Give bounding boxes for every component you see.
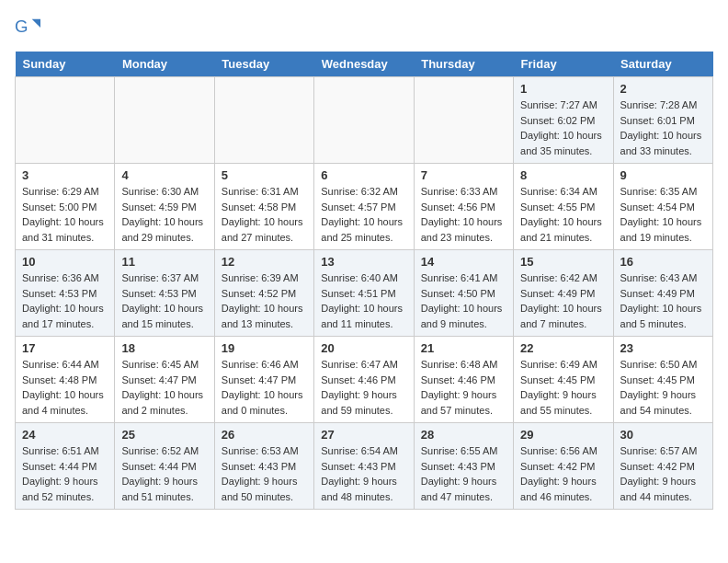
weekday-header-saturday: Saturday — [613, 52, 712, 77]
calendar-week-row: 3Sunrise: 6:29 AMSunset: 5:00 PMDaylight… — [16, 164, 713, 250]
calendar-cell: 13Sunrise: 6:40 AMSunset: 4:51 PMDayligh… — [314, 250, 414, 337]
day-info: Sunrise: 6:32 AMSunset: 4:57 PMDaylight:… — [321, 184, 406, 245]
calendar-cell: 9Sunrise: 6:35 AMSunset: 4:54 PMDaylight… — [613, 164, 712, 250]
day-number: 2 — [620, 82, 706, 96]
calendar-cell: 16Sunrise: 6:43 AMSunset: 4:49 PMDayligh… — [613, 250, 712, 337]
day-info: Sunrise: 6:40 AMSunset: 4:51 PMDaylight:… — [321, 270, 406, 331]
day-number: 24 — [22, 428, 108, 442]
day-number: 19 — [222, 341, 307, 355]
day-info: Sunrise: 6:41 AMSunset: 4:50 PMDaylight:… — [421, 270, 506, 331]
day-number: 7 — [421, 168, 506, 182]
day-number: 11 — [121, 255, 207, 269]
calendar-week-row: 24Sunrise: 6:51 AMSunset: 4:44 PMDayligh… — [16, 423, 713, 510]
day-number: 3 — [22, 168, 108, 182]
day-number: 18 — [121, 341, 207, 355]
day-number: 25 — [121, 428, 207, 442]
calendar-cell: 20Sunrise: 6:47 AMSunset: 4:46 PMDayligh… — [314, 337, 414, 423]
day-number: 23 — [620, 341, 706, 355]
calendar-cell — [115, 77, 214, 164]
calendar-cell: 17Sunrise: 6:44 AMSunset: 4:48 PMDayligh… — [16, 337, 115, 423]
calendar-week-row: 10Sunrise: 6:36 AMSunset: 4:53 PMDayligh… — [16, 250, 713, 337]
calendar-cell — [314, 77, 414, 164]
day-number: 15 — [520, 255, 606, 269]
svg-text:G: G — [15, 17, 28, 36]
day-info: Sunrise: 6:49 AMSunset: 4:45 PMDaylight:… — [520, 357, 606, 418]
calendar-cell — [16, 77, 115, 164]
weekday-header-row: SundayMondayTuesdayWednesdayThursdayFrid… — [16, 52, 713, 77]
day-info: Sunrise: 6:54 AMSunset: 4:43 PMDaylight:… — [321, 443, 406, 504]
calendar-cell: 18Sunrise: 6:45 AMSunset: 4:47 PMDayligh… — [115, 337, 214, 423]
day-info: Sunrise: 7:27 AMSunset: 6:02 PMDaylight:… — [520, 98, 606, 158]
day-info: Sunrise: 6:43 AMSunset: 4:49 PMDaylight:… — [620, 270, 706, 331]
calendar-cell: 2Sunrise: 7:28 AMSunset: 6:01 PMDaylight… — [613, 77, 712, 164]
calendar-cell: 10Sunrise: 6:36 AMSunset: 4:53 PMDayligh… — [16, 250, 115, 337]
day-info: Sunrise: 6:30 AMSunset: 4:59 PMDaylight:… — [121, 184, 207, 245]
calendar-cell: 21Sunrise: 6:48 AMSunset: 4:46 PMDayligh… — [414, 337, 513, 423]
day-number: 17 — [22, 341, 108, 355]
day-info: Sunrise: 6:42 AMSunset: 4:49 PMDaylight:… — [520, 270, 606, 331]
day-number: 26 — [222, 428, 307, 442]
day-info: Sunrise: 6:56 AMSunset: 4:42 PMDaylight:… — [520, 443, 606, 504]
day-number: 14 — [421, 255, 506, 269]
calendar-cell: 29Sunrise: 6:56 AMSunset: 4:42 PMDayligh… — [514, 423, 613, 510]
calendar-cell: 23Sunrise: 6:50 AMSunset: 4:45 PMDayligh… — [613, 337, 712, 423]
calendar-cell: 30Sunrise: 6:57 AMSunset: 4:42 PMDayligh… — [613, 423, 712, 510]
day-number: 4 — [121, 168, 207, 182]
day-info: Sunrise: 6:55 AMSunset: 4:43 PMDaylight:… — [421, 443, 506, 504]
day-number: 8 — [520, 168, 606, 182]
calendar-cell: 28Sunrise: 6:55 AMSunset: 4:43 PMDayligh… — [414, 423, 513, 510]
header: G — [15, 15, 713, 40]
calendar-week-row: 17Sunrise: 6:44 AMSunset: 4:48 PMDayligh… — [16, 337, 713, 423]
day-info: Sunrise: 6:51 AMSunset: 4:44 PMDaylight:… — [22, 443, 108, 504]
day-number: 12 — [222, 255, 307, 269]
day-info: Sunrise: 6:52 AMSunset: 4:44 PMDaylight:… — [121, 443, 207, 504]
calendar-cell: 3Sunrise: 6:29 AMSunset: 5:00 PMDaylight… — [16, 164, 115, 250]
day-info: Sunrise: 6:53 AMSunset: 4:43 PMDaylight:… — [222, 443, 307, 504]
calendar-cell: 5Sunrise: 6:31 AMSunset: 4:58 PMDaylight… — [214, 164, 313, 250]
calendar-cell: 4Sunrise: 6:30 AMSunset: 4:59 PMDaylight… — [115, 164, 214, 250]
day-info: Sunrise: 6:37 AMSunset: 4:53 PMDaylight:… — [121, 270, 207, 331]
day-number: 5 — [222, 168, 307, 182]
day-info: Sunrise: 6:39 AMSunset: 4:52 PMDaylight:… — [222, 270, 307, 331]
day-info: Sunrise: 6:34 AMSunset: 4:55 PMDaylight:… — [520, 184, 606, 245]
day-info: Sunrise: 6:48 AMSunset: 4:46 PMDaylight:… — [421, 357, 506, 418]
day-number: 22 — [520, 341, 606, 355]
calendar-cell: 25Sunrise: 6:52 AMSunset: 4:44 PMDayligh… — [115, 423, 214, 510]
svg-marker-1 — [32, 19, 40, 28]
day-number: 6 — [321, 168, 406, 182]
calendar-cell: 11Sunrise: 6:37 AMSunset: 4:53 PMDayligh… — [115, 250, 214, 337]
day-info: Sunrise: 6:57 AMSunset: 4:42 PMDaylight:… — [620, 443, 706, 504]
day-info: Sunrise: 6:35 AMSunset: 4:54 PMDaylight:… — [620, 184, 706, 245]
calendar-cell: 7Sunrise: 6:33 AMSunset: 4:56 PMDaylight… — [414, 164, 513, 250]
day-info: Sunrise: 6:44 AMSunset: 4:48 PMDaylight:… — [22, 357, 108, 418]
weekday-header-wednesday: Wednesday — [314, 52, 414, 77]
calendar-cell: 8Sunrise: 6:34 AMSunset: 4:55 PMDaylight… — [514, 164, 613, 250]
calendar-cell: 27Sunrise: 6:54 AMSunset: 4:43 PMDayligh… — [314, 423, 414, 510]
day-info: Sunrise: 6:47 AMSunset: 4:46 PMDaylight:… — [321, 357, 406, 418]
day-info: Sunrise: 6:50 AMSunset: 4:45 PMDaylight:… — [620, 357, 706, 418]
calendar-week-row: 1Sunrise: 7:27 AMSunset: 6:02 PMDaylight… — [16, 77, 713, 164]
calendar-cell: 14Sunrise: 6:41 AMSunset: 4:50 PMDayligh… — [414, 250, 513, 337]
calendar-cell: 1Sunrise: 7:27 AMSunset: 6:02 PMDaylight… — [514, 77, 613, 164]
day-info: Sunrise: 6:45 AMSunset: 4:47 PMDaylight:… — [121, 357, 207, 418]
day-number: 30 — [620, 428, 706, 442]
calendar-cell: 22Sunrise: 6:49 AMSunset: 4:45 PMDayligh… — [514, 337, 613, 423]
weekday-header-friday: Friday — [514, 52, 613, 77]
calendar-cell: 26Sunrise: 6:53 AMSunset: 4:43 PMDayligh… — [214, 423, 313, 510]
weekday-header-monday: Monday — [115, 52, 214, 77]
calendar-cell — [214, 77, 313, 164]
day-number: 20 — [321, 341, 406, 355]
calendar-cell: 12Sunrise: 6:39 AMSunset: 4:52 PMDayligh… — [214, 250, 313, 337]
day-info: Sunrise: 6:33 AMSunset: 4:56 PMDaylight:… — [421, 184, 506, 245]
day-number: 9 — [620, 168, 706, 182]
logo: G — [15, 15, 44, 40]
day-info: Sunrise: 6:31 AMSunset: 4:58 PMDaylight:… — [222, 184, 307, 245]
day-info: Sunrise: 6:46 AMSunset: 4:47 PMDaylight:… — [222, 357, 307, 418]
day-number: 10 — [22, 255, 108, 269]
day-number: 13 — [321, 255, 406, 269]
calendar-cell: 15Sunrise: 6:42 AMSunset: 4:49 PMDayligh… — [514, 250, 613, 337]
day-number: 28 — [421, 428, 506, 442]
day-number: 16 — [620, 255, 706, 269]
day-number: 29 — [520, 428, 606, 442]
day-info: Sunrise: 6:29 AMSunset: 5:00 PMDaylight:… — [22, 184, 108, 245]
